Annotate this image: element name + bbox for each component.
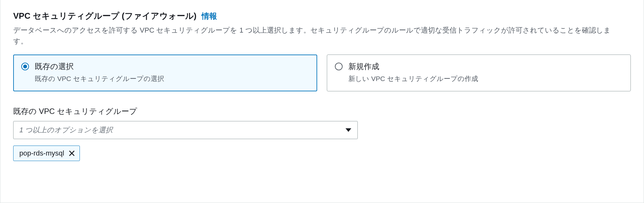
select-placeholder: 1 つ以上のオプションを選択 <box>19 125 113 135</box>
selected-tags-row: pop-rds-mysql <box>13 146 631 161</box>
vpc-security-group-panel: VPC セキュリティグループ (ファイアウォール) 情報 データベースへのアクセ… <box>0 0 644 203</box>
section-header: VPC セキュリティグループ (ファイアウォール) 情報 <box>13 10 631 22</box>
radio-option-create-new[interactable]: 新規作成 新しい VPC セキュリティグループの作成 <box>327 55 631 91</box>
selected-sg-tag: pop-rds-mysql <box>13 146 80 161</box>
existing-sg-field-label: 既存の VPC セキュリティグループ <box>13 106 631 117</box>
radio-option-desc: 新しい VPC セキュリティグループの作成 <box>348 74 623 83</box>
radio-indicator-icon <box>21 63 29 70</box>
radio-content: 新規作成 新しい VPC セキュリティグループの作成 <box>348 61 623 83</box>
radio-option-title: 既存の選択 <box>35 61 309 72</box>
existing-sg-select[interactable]: 1 つ以上のオプションを選択 <box>13 121 358 139</box>
section-description: データベースへのアクセスを許可する VPC セキュリティグループを 1 つ以上選… <box>13 25 612 47</box>
radio-content: 既存の選択 既存の VPC セキュリティグループの選択 <box>35 61 309 83</box>
info-link[interactable]: 情報 <box>202 11 217 21</box>
radio-option-desc: 既存の VPC セキュリティグループの選択 <box>35 74 309 83</box>
tag-label: pop-rds-mysql <box>19 149 64 157</box>
radio-option-title: 新規作成 <box>348 61 623 72</box>
radio-option-existing[interactable]: 既存の選択 既存の VPC セキュリティグループの選択 <box>13 55 317 91</box>
close-icon <box>69 150 75 157</box>
section-title: VPC セキュリティグループ (ファイアウォール) <box>13 10 196 22</box>
chevron-down-icon <box>346 128 351 132</box>
existing-sg-select-wrap: 1 つ以上のオプションを選択 <box>13 121 358 139</box>
radio-indicator-icon <box>335 63 343 70</box>
security-group-mode-radio-group: 既存の選択 既存の VPC セキュリティグループの選択 新規作成 新しい VPC… <box>13 55 631 91</box>
remove-tag-button[interactable] <box>69 150 75 157</box>
